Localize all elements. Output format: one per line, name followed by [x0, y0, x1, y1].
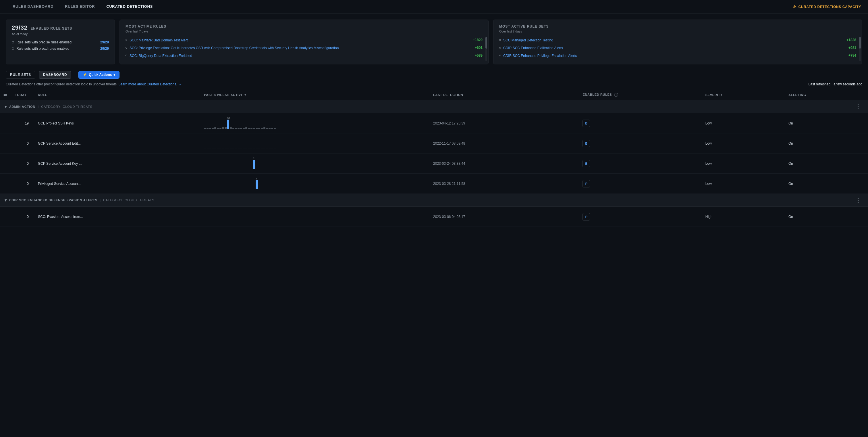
tab-rules-editor[interactable]: Rules Editor	[59, 0, 100, 13]
svg-rect-6	[217, 128, 219, 129]
group-more-icon[interactable]: ⋮	[853, 103, 863, 110]
enabled-subtitle: As of today	[12, 32, 109, 36]
group-more-icon[interactable]: ⋮	[853, 197, 863, 204]
info-icon[interactable]: i	[614, 93, 618, 97]
rule-sets-button[interactable]: Rule Sets	[6, 71, 35, 79]
svg-rect-104	[248, 189, 250, 189]
svg-rect-87	[204, 189, 206, 189]
chevron-down-icon[interactable]: ▾	[5, 198, 7, 202]
td-enabled-rules: B	[579, 153, 702, 174]
svg-rect-19	[250, 128, 252, 129]
svg-rect-128	[238, 222, 240, 222]
td-rule: GCP Service Account Key ...	[34, 153, 200, 174]
td-severity: Low	[702, 153, 785, 174]
svg-rect-111	[266, 189, 268, 189]
svg-rect-95	[225, 189, 227, 189]
learn-more-link[interactable]: Learn more about Curated Detections. ↗	[119, 82, 181, 86]
table-row: 0 Privileged Service Accoun... 1 2023-03…	[0, 174, 868, 194]
svg-rect-64	[219, 169, 221, 169]
rule-badge: P	[583, 180, 590, 187]
svg-rect-7	[219, 128, 221, 129]
svg-rect-75	[248, 169, 250, 169]
svg-rect-60	[209, 169, 211, 169]
list-item: SCC: Malware: Bad Domain Test Alert +182…	[126, 36, 483, 44]
svg-rect-121	[219, 222, 221, 222]
td-enabled-rules: B	[579, 113, 702, 134]
bullet-icon	[12, 41, 14, 43]
svg-rect-23	[261, 128, 263, 129]
td-empty	[0, 207, 11, 227]
bullet-icon	[126, 55, 127, 56]
svg-rect-1	[204, 128, 206, 129]
td-empty	[0, 134, 11, 153]
bullet-icon	[12, 48, 14, 50]
svg-rect-18	[248, 128, 250, 129]
svg-rect-138	[264, 222, 266, 222]
svg-rect-140	[269, 222, 271, 222]
group-row: ▾ Admin Action | Category: Cloud Threats…	[0, 100, 868, 113]
svg-rect-79	[258, 169, 260, 169]
most-active-rule-sets-card: Most Active Rule Sets Over last 7 days S…	[493, 20, 862, 64]
quick-actions-button[interactable]: ⚡ Quick Actions ▾	[79, 71, 120, 79]
th-today[interactable]: Today	[11, 90, 34, 100]
svg-rect-8	[222, 127, 224, 129]
tab-rules-dashboard[interactable]: Rules Dashboard	[7, 0, 59, 13]
svg-rect-132	[248, 222, 250, 222]
th-activity[interactable]: Past 4 Weeks Activity	[200, 90, 430, 100]
dashboard-button[interactable]: Dashboard	[39, 71, 71, 79]
bullet-icon	[499, 55, 501, 56]
svg-rect-16	[243, 128, 245, 129]
svg-rect-96	[227, 189, 229, 189]
rule-link[interactable]: SCC: Malware: Bad Domain Test Alert	[129, 38, 470, 43]
svg-rect-44	[243, 149, 245, 149]
capacity-warning[interactable]: ⚠ Curated Detections Capacity	[793, 4, 861, 9]
td-empty	[0, 153, 11, 174]
svg-rect-137	[261, 222, 263, 222]
bullet-icon	[126, 47, 127, 49]
svg-rect-39	[230, 149, 232, 149]
th-enabled-rules[interactable]: Enabled Rules i	[579, 90, 702, 100]
rule-badge: B	[583, 140, 590, 147]
list-item: CDIR SCC Enhanced Exfiltration Alerts +9…	[499, 44, 856, 52]
th-alerting[interactable]: Alerting	[785, 90, 868, 100]
svg-rect-50	[258, 149, 260, 149]
svg-rect-54	[269, 149, 271, 149]
svg-rect-139	[266, 222, 268, 222]
rule-link[interactable]: SCC Managed Detection Testing	[503, 38, 844, 43]
svg-rect-92	[217, 189, 219, 189]
svg-rect-129	[240, 222, 242, 222]
svg-rect-93	[219, 189, 221, 189]
th-rule[interactable]: Rule ↑	[34, 90, 200, 100]
svg-text:1: 1	[256, 177, 257, 180]
mini-chart: 1	[204, 177, 276, 190]
group-label: CDIR SCC Enhanced Defense Evasion Alerts	[9, 198, 97, 202]
svg-rect-13	[235, 128, 237, 129]
rule-link[interactable]: CDIR SCC Enhanced Exfiltration Alerts	[503, 46, 846, 51]
rule-badge: P	[583, 213, 590, 221]
table-row: 0 GCP Service Account Key ... 2 2023-03-…	[0, 153, 868, 174]
group-category-label: Category: Cloud Threats	[41, 105, 92, 108]
enabled-rule-sets-card: 29/32 Enabled Rule Sets As of today Rule…	[6, 20, 115, 64]
chevron-down-icon[interactable]: ▾	[5, 105, 7, 109]
collapse-all-icon[interactable]: ⇄	[3, 93, 7, 97]
rules-table: ⇄ Today Rule ↑ Past 4 Weeks Activity Las…	[0, 90, 868, 227]
rule-link[interactable]: SCC: Privilege Escalation: Get Kubernete…	[129, 46, 472, 51]
scrollbar[interactable]	[486, 37, 487, 61]
svg-rect-69	[232, 169, 235, 169]
most-active-rules-title: Most Active Rules	[126, 24, 483, 28]
td-today: 0	[11, 174, 34, 194]
rule-link[interactable]: CDIR SCC Enhanced Privilege Escalation A…	[503, 54, 846, 58]
svg-text:2: 2	[253, 157, 254, 160]
th-last-detection[interactable]: Last Detection	[430, 90, 579, 100]
mini-chart	[204, 210, 276, 223]
td-last-detection: 2023-03-24 03:38:44	[430, 153, 579, 174]
td-empty	[0, 113, 11, 134]
svg-rect-11	[230, 127, 232, 129]
rule-link[interactable]: SCC: BigQuery Data Extraction Enriched	[129, 54, 472, 58]
scrollbar[interactable]	[859, 37, 861, 61]
th-severity[interactable]: Severity	[702, 90, 785, 100]
tab-curated-detections[interactable]: Curated Detections	[100, 0, 159, 13]
svg-rect-81	[264, 169, 266, 169]
svg-rect-40	[232, 149, 235, 149]
td-last-detection: 2023-04-12 17:25:39	[430, 113, 579, 134]
